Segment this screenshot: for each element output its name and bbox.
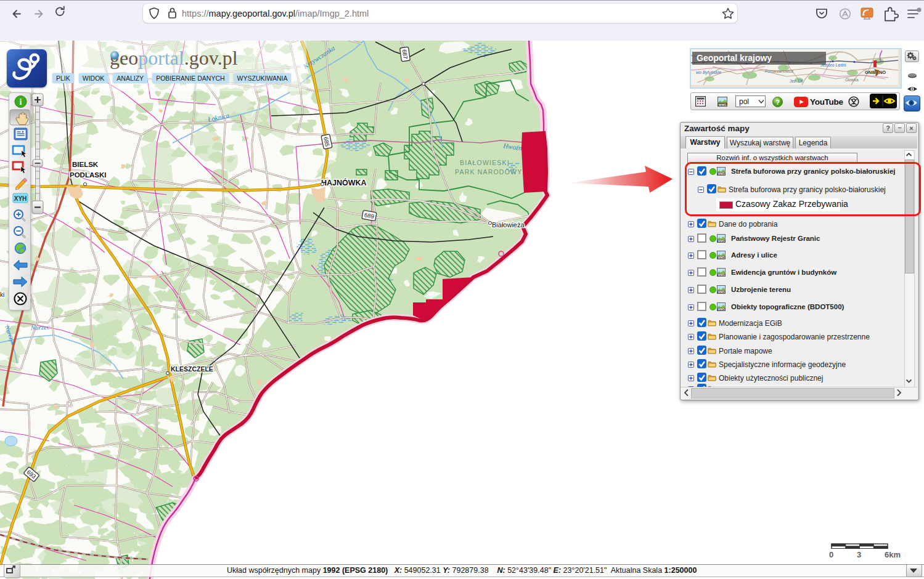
- svg-text:WMS: WMS: [718, 308, 726, 311]
- svg-text:XYH: XYH: [14, 195, 27, 202]
- svg-text:wo Bytyńskie: wo Bytyńskie: [696, 70, 721, 75]
- svg-text:WMS: WMS: [718, 291, 726, 294]
- svg-text:Jez. Dk: Jez. Dk: [790, 79, 803, 83]
- svg-text:BIAŁOWIESKI: BIAŁOWIESKI: [460, 159, 510, 166]
- svg-text:KLESZCZELE: KLESZCZELE: [171, 365, 213, 373]
- svg-text:i: i: [20, 97, 22, 107]
- svg-text:Pomarzanowice: Pomarzanowice: [765, 69, 794, 73]
- svg-text:BIELSK: BIELSK: [72, 161, 99, 168]
- svg-text:WMS: WMS: [718, 256, 726, 259]
- svg-text:6km: 6km: [885, 550, 901, 559]
- svg-text:PARK NARODOWY: PARK NARODOWY: [455, 168, 522, 176]
- svg-text:?: ?: [775, 99, 780, 106]
- svg-text:Głowka: Głowka: [845, 78, 859, 82]
- svg-text:HAJNÓWKA: HAJNÓWKA: [321, 178, 367, 187]
- svg-text:geoportal.gov.pl: geoportal.gov.pl: [110, 47, 238, 69]
- svg-text:Nurzec: Nurzec: [30, 323, 50, 331]
- svg-text:ki: ki: [0, 291, 4, 298]
- svg-text:WMS: WMS: [718, 103, 727, 107]
- svg-text:WMS: WMS: [718, 273, 726, 277]
- svg-text:0: 0: [829, 550, 833, 559]
- svg-text:3: 3: [857, 550, 861, 559]
- svg-text:Białowieża: Białowieża: [492, 221, 525, 229]
- svg-text:PODLASKI: PODLASKI: [70, 171, 106, 179]
- svg-text:687: 687: [401, 49, 409, 59]
- svg-text:WMS: WMS: [718, 240, 726, 243]
